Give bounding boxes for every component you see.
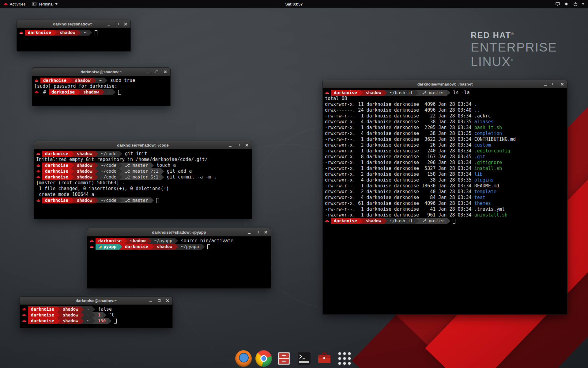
redhat-prompt-icon bbox=[325, 90, 330, 96]
prompt-segment-host: shadow bbox=[74, 151, 95, 157]
terminal-line: darknoiseshadow~/code⎇ master ?:1 git ad… bbox=[36, 168, 250, 174]
close-button[interactable] bbox=[163, 70, 167, 74]
terminal-cursor bbox=[118, 90, 121, 95]
prompt-segment-path: ~ bbox=[84, 318, 92, 324]
powerline-arrow-icon bbox=[175, 238, 178, 244]
terminal-text: ^C bbox=[106, 312, 115, 318]
prompt-segment-user: darknoise bbox=[42, 168, 71, 174]
minimize-button[interactable] bbox=[107, 22, 111, 26]
terminal-text: drwx------. 24 darknoise darknoise 4096 … bbox=[325, 107, 474, 113]
toolbox-icon[interactable] bbox=[316, 350, 333, 367]
powerline-arrow-icon bbox=[95, 151, 98, 157]
terminal-line: darknoiseshadow~/code⎇ master touch a bbox=[36, 163, 250, 168]
minimize-button[interactable] bbox=[228, 143, 232, 147]
prompt-segment-host: shadow bbox=[60, 306, 81, 312]
maximize-button[interactable] bbox=[115, 22, 119, 26]
maximize-button[interactable] bbox=[552, 82, 556, 86]
maximize-button[interactable] bbox=[155, 70, 159, 74]
terminal-content[interactable]: darknoiseshadow~ falsedarknoiseshadow~1 … bbox=[20, 305, 172, 328]
prompt-segment-user: darknoise bbox=[28, 306, 57, 312]
window-titlebar[interactable]: darknoise@shadow:~ bbox=[32, 68, 170, 76]
terminal-line: drwx------. 24 darknoise darknoise 4096 … bbox=[325, 107, 565, 113]
branding-line-redhat: RED HAT® bbox=[471, 31, 557, 40]
minimize-button[interactable] bbox=[544, 82, 548, 86]
powerline-arrow-icon bbox=[95, 163, 98, 168]
app-grid-icon[interactable] bbox=[336, 350, 353, 367]
close-button[interactable] bbox=[123, 22, 127, 26]
minimize-button[interactable] bbox=[147, 70, 151, 74]
terminal-text: -rw-rw-r--. 1 darknoise darknoise 18630 … bbox=[325, 183, 474, 189]
window-title: darknoise@shadow:~/code bbox=[117, 143, 168, 148]
app-grid-dots bbox=[337, 351, 352, 366]
firefox-icon[interactable] bbox=[235, 350, 252, 367]
terminal-text: drwxrwxr-x. 2 darknoise darknoise 40 Jan… bbox=[325, 189, 474, 195]
app-menu-terminal[interactable]: Terminal bbox=[29, 0, 61, 8]
prompt-segment-user: darknoise bbox=[49, 89, 77, 95]
chrome-icon[interactable] bbox=[255, 350, 272, 367]
terminal-text: -rwxrwxr-x. 1 darknoise darknoise 240 Ja… bbox=[325, 148, 474, 154]
terminal-text: source bin/activate bbox=[178, 238, 233, 244]
terminal-window-4: darknoise@shadow:~/pyapp darknoiseshadow… bbox=[87, 228, 271, 289]
powerline-arrow-icon bbox=[384, 218, 387, 224]
powerline-arrow-icon bbox=[104, 78, 107, 83]
powerline-arrow-icon bbox=[108, 318, 111, 324]
terminal-content[interactable]: darknoiseshadow~ sudo true[sudo] passwor… bbox=[32, 76, 170, 106]
redhat-logo-icon bbox=[3, 2, 8, 6]
close-button[interactable] bbox=[165, 299, 169, 303]
prompt-segment-path: ~/bash-it bbox=[387, 90, 416, 96]
prompt-segment-path: ~/code bbox=[98, 168, 119, 174]
window-titlebar[interactable]: darknoise@shadow:~ bbox=[17, 20, 130, 28]
redhat-prompt-icon bbox=[36, 197, 41, 203]
terminal-window-2: darknoise@shadow:~ darknoiseshadow~ sudo… bbox=[32, 67, 171, 106]
prompt-segment-host: shadow bbox=[74, 163, 95, 168]
prompt-segment-path: ~/code bbox=[98, 151, 119, 157]
close-button[interactable] bbox=[264, 230, 268, 234]
files-icon[interactable] bbox=[276, 350, 292, 367]
prompt-segment-path: ~/pyapp bbox=[178, 244, 202, 250]
system-status-area[interactable] bbox=[554, 0, 586, 8]
minimize-button[interactable] bbox=[247, 230, 251, 234]
window-titlebar[interactable]: darknoise@shadow:~ bbox=[20, 297, 172, 305]
terminal-line: 1 file changed, 0 insertions(+), 0 delet… bbox=[36, 186, 250, 192]
dock bbox=[235, 350, 353, 367]
terminal-text: 1 file changed, 0 insertions(+), 0 delet… bbox=[36, 186, 169, 192]
powerline-arrow-icon bbox=[119, 168, 122, 174]
maximize-button[interactable] bbox=[157, 299, 161, 303]
terminal-line: [master (root-commit) 50bcb63] . bbox=[36, 180, 250, 186]
terminal-cursor bbox=[95, 30, 97, 35]
redhat-prompt-icon bbox=[34, 89, 39, 95]
terminal-text: Initialized empty Git repository in /hom… bbox=[36, 157, 208, 163]
window-title: darknoise@shadow:~ bbox=[53, 22, 94, 26]
maximize-button[interactable] bbox=[255, 230, 259, 234]
terminal-line: darknoiseshadow~/code git init bbox=[36, 151, 250, 157]
terminal-text: -rw-rw-r--. 1 darknoise darknoise 41 Jan… bbox=[325, 206, 474, 212]
prompt-segment-user: darknoise bbox=[28, 312, 57, 318]
clock[interactable]: Sat 03:57 bbox=[285, 2, 303, 6]
activities-label: Activities bbox=[10, 2, 25, 6]
window-titlebar[interactable]: darknoise@shadow:~/bash-it bbox=[323, 80, 567, 88]
terminal-text: .. bbox=[474, 107, 480, 113]
terminal-content[interactable]: darknoiseshadow~ bbox=[17, 28, 130, 51]
terminal-content[interactable]: darknoiseshadow~/bash-it⎇ master ls -lat… bbox=[323, 88, 567, 314]
redhat-prompt-icon bbox=[36, 168, 41, 174]
terminal-content[interactable]: darknoiseshadow~/code git initInitialize… bbox=[34, 149, 252, 219]
close-button[interactable] bbox=[560, 82, 564, 86]
window-titlebar[interactable]: darknoise@shadow:~/code bbox=[34, 141, 252, 149]
redhat-prompt-icon bbox=[36, 151, 41, 157]
window-titlebar[interactable]: darknoise@shadow:~/pyapp bbox=[87, 228, 271, 236]
terminal-icon[interactable] bbox=[296, 350, 312, 367]
chevron-down-icon bbox=[55, 3, 58, 5]
powerline-arrow-icon bbox=[360, 218, 363, 224]
powerline-arrow-icon bbox=[78, 30, 81, 36]
minimize-button[interactable] bbox=[149, 299, 153, 303]
power-icon bbox=[573, 2, 578, 6]
powerline-arrow-icon bbox=[447, 218, 450, 224]
terminal-content[interactable]: darknoiseshadow~/pyapp source bin/activa… bbox=[87, 236, 271, 288]
activities-button[interactable]: Activities bbox=[0, 0, 29, 8]
prompt-segment-host: shadow bbox=[60, 318, 81, 324]
powerline-arrow-icon bbox=[119, 151, 122, 157]
terminal-text: drwxrwxr-x. 2 darknoise darknoise 150 Ja… bbox=[325, 171, 474, 177]
maximize-button[interactable] bbox=[236, 143, 240, 147]
terminal-text: uninstall.sh bbox=[474, 212, 507, 218]
close-button[interactable] bbox=[245, 143, 249, 147]
